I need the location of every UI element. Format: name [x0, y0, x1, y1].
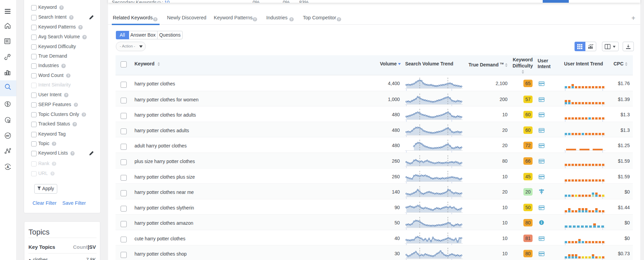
- svg-text:A: A: [6, 165, 9, 169]
- svg-text:360: 360: [6, 135, 9, 137]
